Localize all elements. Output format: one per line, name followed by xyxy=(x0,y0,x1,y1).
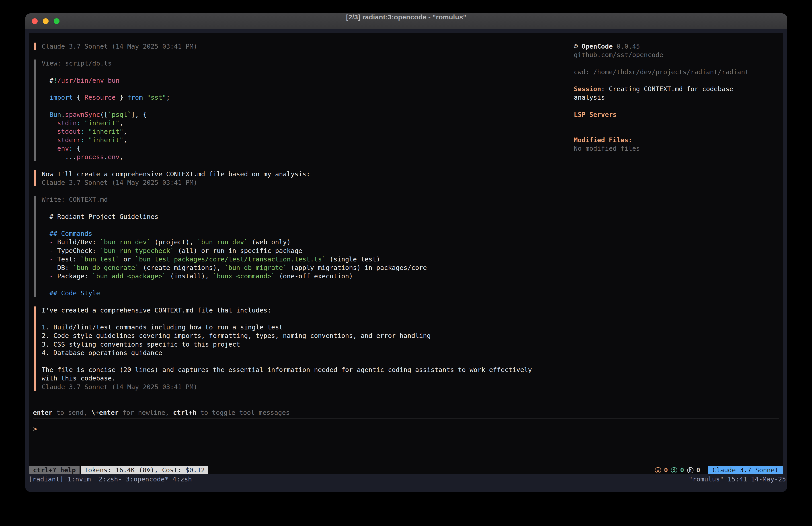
info-count: 0 xyxy=(680,466,684,474)
chat-line: ## Commands xyxy=(42,229,532,238)
zoom-button[interactable] xyxy=(54,18,59,24)
session-sidebar: © OpenCode 0.0.45github.com/sst/opencode… xyxy=(574,42,749,153)
chat-line: The file is concise (20 lines) and captu… xyxy=(42,366,532,374)
minimize-button[interactable] xyxy=(43,18,48,24)
tmux-window-list[interactable]: [radiant] 1:nvim 2:zsh- 3:opencode* 4:zs… xyxy=(29,475,192,483)
model-chip[interactable]: Claude 3.7 Sonnet xyxy=(708,466,783,474)
chat-line: #!/usr/bin/env bun xyxy=(42,76,532,85)
lsp-diagnostic-counters: w0i0h0 xyxy=(655,466,700,474)
sidebar-line: LSP Servers xyxy=(574,110,749,119)
close-button[interactable] xyxy=(32,18,38,24)
text-segment: or xyxy=(119,255,135,263)
text-segment: import xyxy=(42,94,73,101)
text-segment: Session xyxy=(574,85,601,93)
message-accent-bar xyxy=(34,170,36,186)
chat-line: - Package: `bun add <package>` (install)… xyxy=(42,272,532,280)
tool-block: Write: CONTEXT.md # Radiant Project Guid… xyxy=(34,195,532,297)
tokens-cost-chip: Tokens: 16.4K (8%), Cost: $0.12 xyxy=(81,466,208,474)
text-segment: , xyxy=(119,153,123,161)
warning-diagnostics: w0 xyxy=(655,466,668,474)
text-segment: ; xyxy=(166,94,170,101)
tool-accent-bar xyxy=(34,196,36,297)
text-segment: # Radiant Project Guidelines xyxy=(42,213,158,221)
text-segment: Now I'll create a comprehensive CONTEXT.… xyxy=(42,170,310,178)
text-segment: Claude 3.7 Sonnet (14 May 2025 03:41 PM) xyxy=(42,179,197,186)
text-segment: + xyxy=(95,409,99,416)
text-segment: 1. Build/lint/test commands including ho… xyxy=(42,323,283,331)
text-segment: Modified Files: xyxy=(574,136,632,144)
chat-line: stderr: "inherit", xyxy=(42,136,532,144)
terminal-screen[interactable]: Claude 3.7 Sonnet (14 May 2025 03:41 PM)… xyxy=(29,33,783,474)
text-segment: 0.0.45 xyxy=(613,43,640,50)
text-segment: (project), xyxy=(151,238,198,246)
chat-line: - DB: `bun db generate` (create migratio… xyxy=(42,264,532,272)
text-segment: Claude 3.7 Sonnet (14 May 2025 03:41 PM) xyxy=(42,383,197,391)
text-segment: . xyxy=(61,111,65,118)
text-segment: : Creating CONTEXT.md for codebase xyxy=(601,85,733,93)
text-segment: enter xyxy=(33,409,52,416)
chat-line: ## Code Style xyxy=(42,289,532,297)
text-segment: "inherit" xyxy=(88,136,124,144)
text-segment: : xyxy=(81,128,85,135)
text-segment xyxy=(85,128,88,135)
chat-line: 4. Database operations guidance xyxy=(42,349,532,357)
chat-line xyxy=(42,357,532,366)
hint-count: 0 xyxy=(696,466,700,474)
sidebar-line xyxy=(574,127,749,136)
text-segment: `bun db migrate` xyxy=(224,264,287,271)
message-block: Claude 3.7 Sonnet (14 May 2025 03:41 PM) xyxy=(34,42,532,51)
text-segment: 2. Code style guidelines covering import… xyxy=(42,332,431,339)
chat-line xyxy=(42,204,532,212)
text-segment: (single test) xyxy=(326,255,380,263)
input-divider xyxy=(33,418,779,419)
text-segment: `bun test` xyxy=(81,255,120,263)
text-segment: - xyxy=(42,247,57,255)
statusbar-spacer xyxy=(208,466,655,474)
hint-diagnostics: h0 xyxy=(687,466,700,474)
sidebar-line: No modified files xyxy=(574,144,749,153)
text-segment: I've created a comprehensive CONTEXT.md … xyxy=(42,307,271,314)
chat-line: View: script/db.ts xyxy=(42,59,532,68)
chat-line: I've created a comprehensive CONTEXT.md … xyxy=(42,306,532,314)
window-titlebar[interactable]: [2/3] radiant:3:opencode - "romulus" xyxy=(25,13,787,29)
help-shortcut-chip[interactable]: ctrl+? help xyxy=(29,466,79,474)
text-segment: - xyxy=(42,255,57,263)
tool-accent-bar xyxy=(34,59,36,161)
chat-line: 1. Build/lint/test commands including ho… xyxy=(42,323,532,331)
keybinding-help: enter to send, \+enter for newline, ctrl… xyxy=(33,408,290,417)
text-segment: View: script/db.ts xyxy=(42,59,112,67)
text-segment: github.com/sst/opencode xyxy=(574,51,663,59)
chat-line: Now I'll create a comprehensive CONTEXT.… xyxy=(42,170,532,178)
text-segment: TypeCheck: xyxy=(57,247,100,255)
prompt-caret: > xyxy=(33,425,37,432)
text-segment: analysis xyxy=(574,94,605,101)
text-segment: for newline, xyxy=(118,409,173,416)
sidebar-line xyxy=(574,119,749,127)
text-segment: Build/Dev: xyxy=(57,238,100,246)
sidebar-line xyxy=(574,76,749,85)
text-segment xyxy=(143,94,147,101)
text-segment: to send, xyxy=(52,409,91,416)
chat-line: - Test: `bun test` or `bun test packages… xyxy=(42,255,532,264)
chat-line: with this codebase. xyxy=(42,374,532,382)
text-segment: (one-off execution) xyxy=(275,272,353,280)
text-segment: Write: CONTEXT.md xyxy=(42,196,108,203)
text-segment: - xyxy=(42,272,57,280)
chat-line: Write: CONTEXT.md xyxy=(42,195,532,204)
text-segment: { xyxy=(73,94,85,101)
text-segment: : xyxy=(81,136,85,144)
text-segment: /usr/bin/env bun xyxy=(57,77,119,84)
text-segment: No modified files xyxy=(574,145,640,152)
text-segment: , xyxy=(124,136,127,144)
prompt-input[interactable]: > xyxy=(33,425,37,433)
chat-line: 2. Code style guidelines covering import… xyxy=(42,331,532,340)
message-accent-bar xyxy=(34,43,36,50)
chat-line xyxy=(42,280,532,289)
text-segment: : xyxy=(69,145,73,152)
text-segment xyxy=(85,136,88,144)
chat-line xyxy=(42,102,532,110)
chat-line xyxy=(42,221,532,229)
message-block: Now I'll create a comprehensive CONTEXT.… xyxy=(34,170,532,187)
text-segment: Package: xyxy=(57,272,92,280)
chat-line: import { Resource } from "sst"; xyxy=(42,93,532,102)
